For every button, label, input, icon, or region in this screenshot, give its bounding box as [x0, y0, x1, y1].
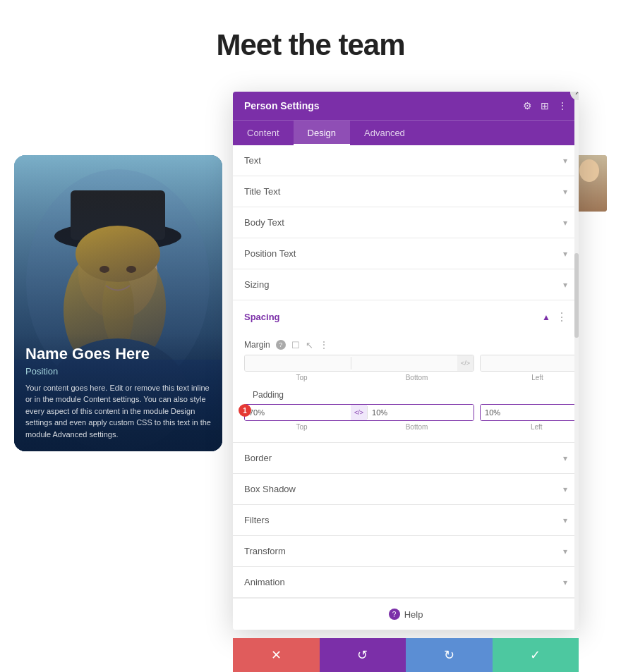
accordion-filters-header[interactable]: Filters ▾: [233, 505, 579, 535]
accordion-transform-arrow: ▾: [563, 546, 567, 556]
accordion-body-text-header[interactable]: Body Text ▾: [233, 207, 579, 238]
spacing-label: Spacing: [244, 312, 280, 322]
spacing-collapse-icon[interactable]: ▲: [542, 312, 550, 322]
accordion-transform-label: Transform: [244, 546, 286, 556]
scrollbar-thumb[interactable]: [574, 253, 579, 338]
accordion-position-text-arrow: ▾: [563, 249, 567, 259]
accordion-sizing-header[interactable]: Sizing ▾: [233, 269, 579, 300]
confirm-button[interactable]: ✓: [493, 638, 579, 672]
accordion-border-arrow: ▾: [563, 453, 567, 463]
redo-button[interactable]: ↻: [406, 638, 493, 672]
accordion-title-text-header[interactable]: Title Text ▾: [233, 176, 579, 207]
accordion-title-text: Title Text ▾: [233, 176, 579, 207]
padding-tb-labels: Top Bottom: [244, 423, 474, 431]
padding-lr-labels: Left Right: [480, 423, 579, 431]
accordion-transform: Transform ▾: [233, 536, 579, 567]
cancel-button[interactable]: ✕: [233, 638, 320, 672]
card-overlay: Name Goes Here Position Your content goe…: [14, 334, 222, 452]
margin-row: Margin ? ☐ ↖ ⋮ </>: [244, 339, 567, 381]
settings-cog-icon[interactable]: ⚙: [523, 100, 532, 111]
accordion-animation: Animation ▾: [233, 567, 579, 598]
margin-label-line: Margin ? ☐ ↖ ⋮: [244, 339, 567, 350]
accordion-position-text-header[interactable]: Position Text ▾: [233, 238, 579, 269]
accordion-body-text-label: Body Text: [244, 217, 284, 228]
spacing-header[interactable]: Spacing ▲ ⋮: [233, 300, 579, 334]
team-card: Name Goes Here Position Your content goe…: [14, 155, 222, 451]
undo-button[interactable]: ↺: [320, 638, 406, 672]
page-title: Meet the team: [0, 0, 621, 83]
accordion-sizing-label: Sizing: [244, 279, 269, 290]
padding-left-right-pair: ⛓ Left Right: [480, 404, 579, 431]
help-row: ? Help: [233, 598, 579, 630]
margin-top-bottom-input: </>: [244, 355, 474, 372]
help-text: Help: [404, 609, 423, 620]
padding-inputs: </> Top Bottom: [244, 404, 567, 431]
padding-top-input[interactable]: [245, 405, 351, 420]
panel-title: Person Settings: [244, 100, 320, 111]
spacing-header-controls: ▲ ⋮: [542, 310, 567, 324]
card-position: Position: [25, 366, 211, 377]
padding-bottom-label: Bottom: [359, 423, 474, 431]
padding-top-label: Top: [244, 423, 359, 431]
margin-left-right-input: </>: [480, 355, 579, 372]
spacing-more-icon[interactable]: ⋮: [556, 310, 567, 324]
margin-bottom-input[interactable]: [351, 355, 457, 371]
accordion-filters: Filters ▾: [233, 505, 579, 536]
margin-more-icon[interactable]: ⋮: [319, 339, 329, 350]
margin-tb-tag: </>: [457, 355, 474, 371]
accordion-body-text-arrow: ▾: [563, 218, 567, 228]
margin-top-input[interactable]: [245, 355, 351, 371]
accordion-filters-label: Filters: [244, 515, 269, 525]
accordion-border-header[interactable]: Border ▾: [233, 443, 579, 473]
more-vert-icon[interactable]: ⋮: [557, 100, 567, 111]
padding-top-bottom-input: </>: [244, 404, 474, 421]
margin-bottom-label: Bottom: [359, 374, 474, 381]
padding-bottom-input[interactable]: [368, 405, 474, 420]
svg-point-15: [579, 159, 599, 182]
accordion-text-label: Text: [244, 155, 261, 166]
tab-advanced[interactable]: Advanced: [350, 121, 419, 145]
margin-left-label: Left: [480, 374, 579, 381]
margin-label: Margin: [244, 340, 270, 350]
accordion-text: Text ▾: [233, 145, 579, 176]
padding-top-bottom-pair: </> Top Bottom: [244, 404, 474, 431]
spacing-content: Margin ? ☐ ↖ ⋮ </>: [233, 334, 579, 442]
accordion-box-shadow-header[interactable]: Box Shadow ▾: [233, 474, 579, 504]
margin-lr-labels: Left Right: [480, 374, 579, 381]
accordion-position-text-label: Position Text: [244, 248, 296, 259]
scrollbar-track: [574, 92, 579, 630]
accordion-position-text: Position Text ▾: [233, 238, 579, 269]
settings-panel: ✕ Person Settings ⚙ ⊞ ⋮ Content Design A…: [233, 92, 579, 630]
spacing-section: Spacing ▲ ⋮ Margin ? ☐ ↖ ⋮: [233, 300, 579, 443]
columns-icon[interactable]: ⊞: [541, 100, 549, 111]
accordion-box-shadow: Box Shadow ▾: [233, 474, 579, 505]
padding-row: 1 Padding </>: [244, 390, 567, 431]
margin-top-label: Top: [244, 374, 359, 381]
padding-label: Padding: [253, 390, 284, 400]
margin-link-icon[interactable]: ☐: [291, 340, 300, 350]
panel-header: Person Settings ⚙ ⊞ ⋮: [233, 92, 579, 120]
card-body: Your content goes here. Edit or remove t…: [25, 382, 211, 441]
tab-design[interactable]: Design: [294, 121, 350, 145]
margin-help-icon[interactable]: ?: [276, 340, 286, 350]
accordion-animation-header[interactable]: Animation ▾: [233, 567, 579, 597]
margin-left-right-pair: </> Left Right: [480, 355, 579, 381]
accordion-box-shadow-label: Box Shadow: [244, 484, 296, 494]
accordion-animation-arrow: ▾: [563, 578, 567, 587]
margin-left-input[interactable]: [481, 355, 579, 371]
panel-tabs: Content Design Advanced: [233, 120, 579, 145]
accordion-transform-header[interactable]: Transform ▾: [233, 536, 579, 566]
padding-left-right-input: ⛓: [480, 404, 579, 421]
accordion-body-text: Body Text ▾: [233, 207, 579, 238]
tab-content[interactable]: Content: [233, 121, 294, 145]
accordion-filters-arrow: ▾: [563, 515, 567, 525]
header-icons: ⚙ ⊞ ⋮: [523, 100, 567, 111]
accordion-sizing: Sizing ▾: [233, 269, 579, 300]
help-circle-icon[interactable]: ?: [389, 609, 400, 620]
accordion-box-shadow-arrow: ▾: [563, 484, 567, 494]
accordion-sizing-arrow: ▾: [563, 280, 567, 290]
padding-left-input[interactable]: [481, 405, 579, 420]
margin-cursor-icon[interactable]: ↖: [306, 340, 313, 350]
accordion-text-header[interactable]: Text ▾: [233, 145, 579, 176]
padding-left-label: Left: [480, 423, 579, 431]
